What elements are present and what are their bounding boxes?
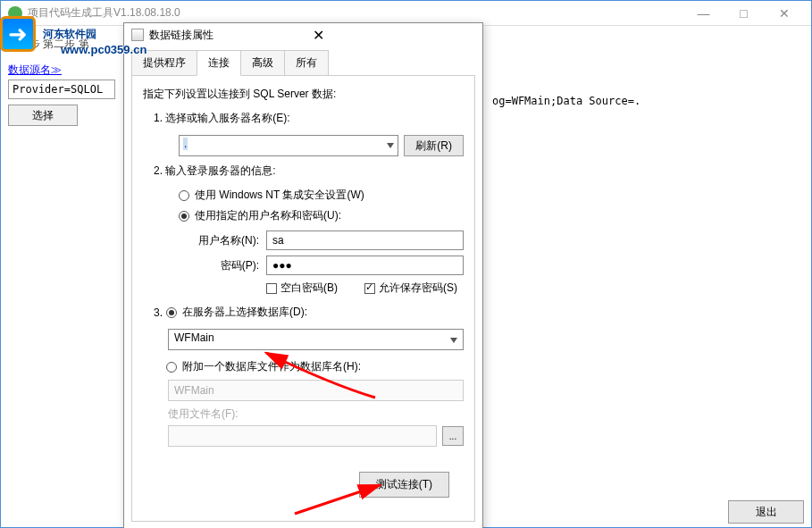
radio-attach-file[interactable]: 附加一个数据库文件作为数据库名(H):: [143, 359, 464, 374]
filename-label: 使用文件名(F):: [143, 406, 464, 422]
dialog-tabs: 提供程序 连接 高级 所有: [131, 50, 475, 76]
database-combo[interactable]: WFMain: [168, 329, 464, 350]
datasource-visible-tail: og=WFMain;Data Source=.: [492, 95, 640, 107]
browse-button: ...: [442, 426, 464, 446]
app-icon: [8, 6, 22, 21]
radio-icon: [166, 362, 177, 373]
tab-content: 指定下列设置以连接到 SQL Server 数据: 1. 选择或输入服务器名称(…: [131, 75, 475, 522]
connection-dialog: 数据链接属性 ✕ 提供程序 连接 高级 所有 指定下列设置以连接到 SQL Se…: [123, 22, 483, 528]
dialog-title-bar: 数据链接属性 ✕: [124, 23, 482, 46]
password-input[interactable]: [266, 256, 464, 275]
tab-all[interactable]: 所有: [284, 50, 329, 76]
exit-button[interactable]: 退出: [728, 500, 804, 524]
username-label: 用户名称(N):: [186, 233, 259, 248]
window-controls: — □ ✕: [683, 1, 804, 26]
tab-advanced[interactable]: 高级: [240, 50, 285, 76]
checkbox-icon: [266, 283, 277, 294]
maximize-button[interactable]: □: [724, 1, 764, 26]
intro-text: 指定下列设置以连接到 SQL Server 数据:: [143, 87, 464, 102]
dialog-icon: [131, 29, 144, 41]
refresh-button[interactable]: 刷新(R): [404, 135, 464, 156]
tab-provider[interactable]: 提供程序: [131, 50, 197, 76]
username-input[interactable]: [266, 230, 464, 250]
radio-username[interactable]: 使用指定的用户名称和密码(U):: [179, 208, 464, 223]
radio-select-db[interactable]: [166, 307, 177, 318]
item3-row: 3. 在服务器上选择数据库(D):: [143, 305, 464, 320]
blank-password-checkbox[interactable]: 空白密码(B): [266, 281, 338, 296]
close-button[interactable]: ✕: [764, 1, 804, 26]
allow-save-checkbox[interactable]: 允许保存密码(S): [364, 281, 457, 296]
window-title: 项目代码生成工具V1.18.08.18.0: [28, 5, 683, 21]
radio-icon: [179, 211, 189, 222]
dialog-close-icon[interactable]: ✕: [309, 27, 476, 44]
dialog-title: 数据链接属性: [149, 28, 309, 43]
server-combo[interactable]: .: [179, 135, 398, 156]
item2-label: 2. 输入登录服务器的信息:: [143, 163, 464, 179]
checkbox-icon: [364, 283, 375, 294]
tab-connection[interactable]: 连接: [197, 50, 241, 76]
password-label: 密码(P):: [186, 258, 259, 273]
minimize-button[interactable]: —: [683, 1, 724, 26]
test-connection-button[interactable]: 测试连接(T): [359, 472, 449, 498]
radio-icon: [179, 190, 189, 201]
filename-input: [168, 425, 437, 447]
select-button[interactable]: 选择: [8, 105, 78, 126]
item1-label: 1. 选择或输入服务器名称(E):: [143, 111, 464, 126]
attach-dbname-input: [168, 380, 464, 401]
radio-nt-security[interactable]: 使用 Windows NT 集成安全设置(W): [179, 188, 464, 203]
datasource-input-left[interactable]: [8, 80, 115, 99]
